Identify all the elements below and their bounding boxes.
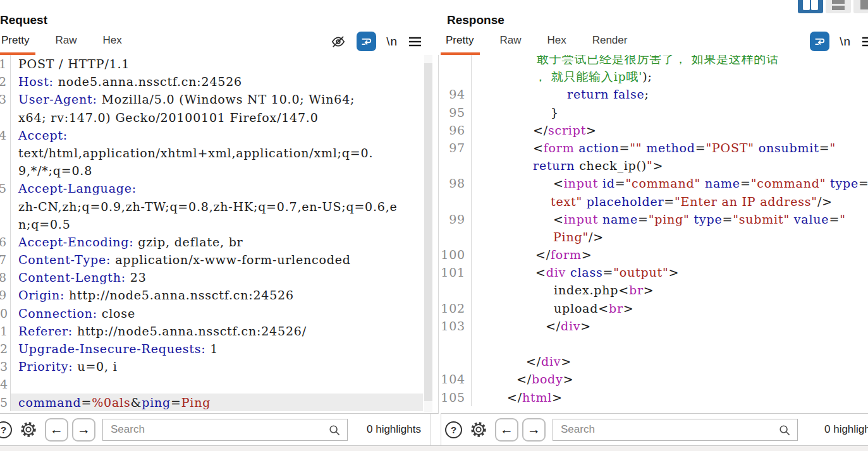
code-line: 102upload<br> [441,299,868,317]
layout-columns-button[interactable] [798,0,823,13]
search-next-button[interactable]: → [72,418,95,442]
editor-menu-icon[interactable] [408,36,422,47]
request-highlights-count: 0 highlights [367,423,421,436]
line-number [441,335,472,352]
tab-render[interactable]: Render [586,34,634,55]
response-search-bar: ? ← → 0 highlights [441,414,868,445]
search-prev-button[interactable]: ← [45,418,68,442]
line-number: 8 [0,268,11,286]
line-number: 3 [0,90,11,108]
code-line: 敢于尝试已经是很厉害了， 如果是这样的话 [441,55,868,68]
tab-raw[interactable]: Raw [49,34,83,55]
hide-nonprintable-icon[interactable] [330,33,346,50]
code-line: 98<input id="command" name="command" typ… [441,174,868,192]
line-number [0,109,11,126]
code-line-text: Content-Length: 23 [11,268,423,286]
code-line-text: upload<br> [472,299,868,317]
show-newlines-toggle[interactable]: \n [840,35,851,49]
tab-raw[interactable]: Raw [493,34,527,55]
code-line: 2Host: node5.anna.nssctf.cn:24526 [0,73,438,90]
code-line-text: ， 就只能输入ip哦'); [472,68,868,85]
layout-rows-button[interactable] [826,0,851,13]
line-number: 7 [0,251,11,268]
code-line: 9,*/*;q=0.8 [0,162,438,179]
code-line-text: <form action="" method="POST" onsubmit=" [472,139,868,157]
code-line: 96</script> [441,121,868,139]
response-viewer[interactable]: 敢于尝试已经是很厉害了， 如果是这样的话， 就只能输入ip哦');94retur… [441,55,868,414]
response-search-box [553,419,798,441]
code-line-text: User-Agent: Mozilla/5.0 (Windows NT 10.0… [11,90,423,108]
tab-hex[interactable]: Hex [541,34,572,55]
code-line-text: zh-CN,zh;q=0.9,zh-TW;q=0.8,zh-HK;q=0.7,e… [11,198,423,215]
request-panel: Request PrettyRawHex [0,0,439,451]
code-line: text" placeholder="Enter an IP address"/… [441,193,868,210]
code-line [441,335,868,352]
search-icon [778,424,791,439]
response-panel: Response PrettyRawHexRender \n [441,0,868,451]
search-next-button[interactable]: → [522,418,546,442]
code-line: 10Connection: close [0,304,438,322]
word-wrap-toggle[interactable] [810,32,829,51]
show-newlines-toggle[interactable]: \n [386,35,398,49]
code-line-text: Origin: http://node5.anna.nssctf.cn:2452… [11,286,423,304]
code-line: 100</form> [441,246,868,263]
request-search-input[interactable] [103,423,318,436]
code-line-text: Upgrade-Insecure-Requests: 1 [11,340,423,358]
line-number: 1 [0,55,11,73]
line-number: 10 [0,304,11,322]
tab-pretty[interactable]: Pretty [441,34,480,55]
request-tabs-row: PrettyRawHex \n [0,30,439,55]
line-number: 97 [441,139,472,157]
layout-single-button[interactable] [853,0,868,13]
editor-menu-icon[interactable] [861,36,868,47]
code-line-text: return false; [472,85,868,103]
line-number: 5 [0,179,11,197]
search-prev-button[interactable]: ← [495,418,518,442]
code-line: return check_ip()"> [441,157,868,174]
request-editor[interactable]: 1POST / HTTP/1.12Host: node5.anna.nssctf… [0,55,439,414]
request-scrollbar[interactable] [424,55,432,412]
line-number [441,352,472,370]
line-number: 101 [441,263,472,281]
code-line-text [11,375,423,393]
help-icon[interactable]: ? [0,421,12,438]
tab-pretty[interactable]: Pretty [0,34,35,55]
code-line-text: <input name="ping" type="submit" value=" [472,210,868,228]
code-line: 94return false; [441,85,868,103]
code-line-text: POST / HTTP/1.1 [11,55,423,73]
code-line: ， 就只能输入ip哦'); [441,68,868,85]
code-line: 97<form action="" method="POST" onsubmit… [441,139,868,157]
code-line-text: </div> [472,317,868,335]
code-line-text: Host: node5.anna.nssctf.cn:24526 [11,73,423,90]
code-line-text: text/html,application/xhtml+xml,applicat… [11,144,423,162]
line-number: 104 [441,370,472,388]
code-line-text: return check_ip()"> [472,157,868,174]
code-line: 103</div> [441,317,868,335]
code-line: 104</body> [441,370,868,388]
line-number: 96 [441,121,472,139]
settings-gear-icon[interactable] [469,420,488,439]
word-wrap-toggle[interactable] [357,32,376,51]
tab-hex[interactable]: Hex [96,34,128,55]
code-line: 7Content-Type: application/x-www-form-ur… [0,251,438,268]
settings-gear-icon[interactable] [19,420,38,439]
request-scrollbar-thumb[interactable] [424,63,432,401]
code-line-text: Accept-Encoding: gzip, deflate, br [11,233,423,251]
response-highlights-count: 0 highlights [824,423,868,436]
code-line-text: </form> [472,246,868,263]
code-line-text [472,335,868,352]
code-line: 9Origin: http://node5.anna.nssctf.cn:245… [0,286,438,304]
line-number [0,144,11,162]
message-editor-window: Request PrettyRawHex [0,0,868,451]
response-search-input[interactable] [553,423,768,436]
code-line: n;q=0.5 [0,215,438,233]
code-line: </div> [441,352,868,370]
request-title: Request [0,0,439,30]
code-line-text: </body> [472,370,868,388]
line-number: 94 [441,85,472,103]
response-tabs: PrettyRawHexRender [441,30,868,55]
code-line-text: 9,*/*;q=0.8 [11,162,423,179]
window-bottom-strip [0,445,868,451]
code-line: 95} [441,104,868,121]
help-icon[interactable]: ? [445,421,462,438]
